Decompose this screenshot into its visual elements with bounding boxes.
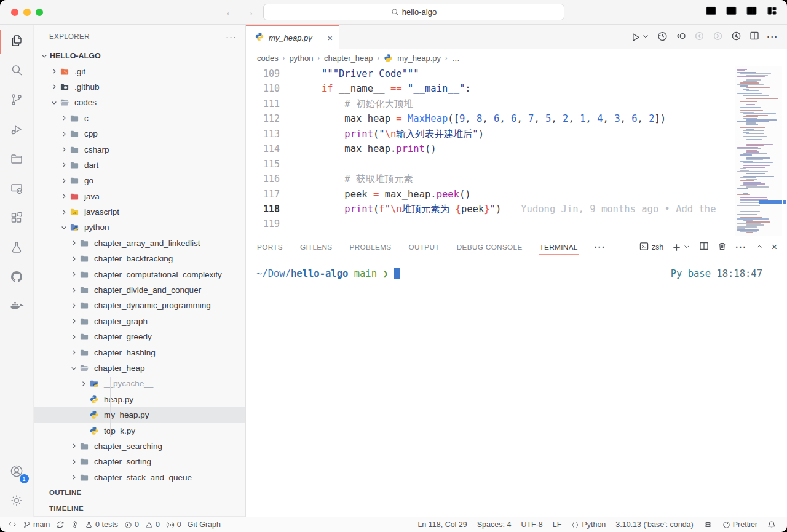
- activity-explorer[interactable]: [0, 27, 34, 57]
- maximize-panel-icon[interactable]: [756, 242, 763, 253]
- tree-item-csharp[interactable]: csharp: [34, 141, 245, 157]
- activity-source-control[interactable]: [0, 86, 34, 116]
- activity-settings[interactable]: [0, 487, 34, 517]
- toggle-primary-sidebar-icon[interactable]: [706, 6, 716, 18]
- tree-item-chapter-heap[interactable]: chapter_heap: [34, 360, 245, 376]
- tree-item-top-k-py[interactable]: top_k.py: [34, 423, 245, 438]
- activity-extensions[interactable]: [0, 204, 34, 234]
- run-dropdown-icon[interactable]: [642, 31, 649, 42]
- tree-item-cpp[interactable]: cpp: [34, 126, 245, 141]
- split-editor-icon[interactable]: [749, 31, 759, 43]
- tree-item-java[interactable]: java: [34, 189, 245, 204]
- tree-item-chapter-array-and-linkedlist[interactable]: chapter_array_and_linkedlist: [34, 236, 245, 251]
- status-indentation[interactable]: Spaces: 4: [472, 520, 516, 529]
- panel-tab-problems[interactable]: PROBLEMS: [349, 237, 392, 257]
- breadcrumb-codes[interactable]: codes: [257, 54, 279, 63]
- more-actions-icon[interactable]: ···: [735, 242, 747, 252]
- status-git-graph[interactable]: Git Graph: [184, 520, 224, 529]
- tree-item-chapter-backtracking[interactable]: chapter_backtracking: [34, 251, 245, 266]
- tree-item-chapter-computational-complexity[interactable]: chapter_computational_complexity: [34, 266, 245, 282]
- status-language-mode[interactable]: Python: [566, 520, 611, 529]
- tree-item-chapter-divide-and-conquer[interactable]: chapter_divide_and_conquer: [34, 282, 245, 298]
- code-editor[interactable]: 109"""Driver Code"""110if __name__ == "_…: [246, 66, 787, 236]
- terminal[interactable]: ~/Dow/hello-algo main ❯ Py base 18:18:47: [246, 258, 787, 517]
- code-line-119[interactable]: 119: [246, 216, 787, 231]
- activity-search[interactable]: [0, 57, 34, 86]
- tree-item-github[interactable]: .github: [34, 79, 245, 95]
- status-git-branch[interactable]: main: [20, 520, 53, 529]
- status-notifications[interactable]: [762, 520, 781, 529]
- more-actions-icon[interactable]: ···: [767, 32, 779, 42]
- code-line-115[interactable]: 115: [246, 157, 787, 172]
- panel-tab-gitlens[interactable]: GITLENS: [299, 237, 333, 257]
- breadcrumb-[interactable]: …: [452, 54, 460, 63]
- tree-item-chapter-greedy[interactable]: chapter_greedy: [34, 329, 245, 344]
- tree-item-chapter-hashing[interactable]: chapter_hashing: [34, 344, 245, 360]
- terminal-dropdown-icon[interactable]: [683, 242, 690, 253]
- back-arrow-icon[interactable]: ←: [225, 6, 235, 18]
- activity-remote-explorer[interactable]: [0, 175, 34, 204]
- minimize-window-button[interactable]: [23, 9, 31, 16]
- section-timeline[interactable]: TIMELINE: [34, 501, 245, 517]
- tree-item-chapter-stack-and-queue[interactable]: chapter_stack_and_queue: [34, 470, 245, 485]
- status-problems-errors[interactable]: 0: [121, 520, 142, 529]
- file-history-icon[interactable]: [657, 31, 668, 44]
- tree-item-go[interactable]: go: [34, 173, 245, 188]
- close-tab-icon[interactable]: ×: [327, 33, 333, 43]
- kill-terminal-icon[interactable]: [718, 242, 727, 253]
- tree-item-python[interactable]: python: [34, 220, 245, 235]
- status-python-interpreter[interactable]: 3.10.13 ('base': conda): [611, 520, 698, 529]
- activity-testing[interactable]: [0, 234, 34, 263]
- status-encoding[interactable]: UTF-8: [516, 520, 547, 529]
- tree-item-javascript[interactable]: JSjavascript: [34, 204, 245, 220]
- code-line-114[interactable]: 114 max_heap.print(): [246, 141, 787, 156]
- code-line-118[interactable]: 118 print(f"\n堆顶元素为 {peek}")Yudong Jin, …: [246, 202, 787, 216]
- tree-item-hello-algo[interactable]: HELLO-ALGO: [34, 48, 245, 63]
- tree-item-my-heap-py[interactable]: my_heap.py: [34, 407, 245, 423]
- panel-tab-output[interactable]: OUTPUT: [408, 237, 440, 257]
- status-gitlens-mode[interactable]: [68, 520, 82, 528]
- minimap[interactable]: [735, 66, 782, 236]
- tree-item-chapter-sorting[interactable]: chapter_sorting: [34, 454, 245, 469]
- code-line-110[interactable]: 110if __name__ == "__main__":: [246, 81, 787, 96]
- activity-run-debug[interactable]: [0, 116, 34, 145]
- tab-my-heap-py[interactable]: my_heap.py ×: [246, 25, 339, 49]
- code-line-109[interactable]: 109"""Driver Code""": [246, 66, 787, 81]
- panel-more-tabs-icon[interactable]: ···: [595, 242, 606, 252]
- panel-tab-ports[interactable]: PORTS: [256, 237, 283, 257]
- status-prettier[interactable]: Prettier: [718, 520, 762, 529]
- activity-accounts[interactable]: 1: [0, 458, 34, 487]
- gitlens-graph-icon[interactable]: [731, 31, 742, 44]
- status-copilot[interactable]: [698, 520, 718, 529]
- terminal-shell-selector[interactable]: zsh: [639, 242, 663, 253]
- code-line-113[interactable]: 113 print("\n输入列表并建堆后"): [246, 127, 787, 141]
- section-outline[interactable]: OUTLINE: [34, 485, 245, 501]
- run-icon[interactable]: [630, 31, 649, 42]
- status-sync-changes[interactable]: [53, 520, 68, 529]
- toggle-panel-icon[interactable]: [726, 6, 737, 18]
- status-problems-warnings[interactable]: 0: [142, 520, 163, 529]
- activity-project-manager[interactable]: [0, 145, 34, 175]
- status-cursor-position[interactable]: Ln 118, Col 29: [413, 520, 472, 529]
- tree-item-chapter-searching[interactable]: chapter_searching: [34, 439, 245, 454]
- status-eol[interactable]: LF: [548, 520, 567, 529]
- status-test-status[interactable]: 0 tests: [82, 520, 121, 529]
- tree-item-chapter-dynamic-programming[interactable]: chapter_dynamic_programming: [34, 298, 245, 313]
- close-panel-icon[interactable]: ×: [772, 244, 777, 250]
- activity-docker[interactable]: [0, 293, 34, 322]
- code-line-116[interactable]: 116 # 获取堆顶元素: [246, 172, 787, 186]
- command-center-search[interactable]: hello-algo: [263, 4, 564, 20]
- tree-item-chapter-graph[interactable]: chapter_graph: [34, 314, 245, 329]
- panel-tab-debug-console[interactable]: DEBUG CONSOLE: [456, 237, 523, 257]
- gitlens-compare-icon[interactable]: [676, 31, 686, 44]
- breadcrumb-chapter-heap[interactable]: chapter_heap: [324, 54, 373, 63]
- customize-layout-icon[interactable]: [767, 6, 777, 18]
- code-line-111[interactable]: 111 # 初始化大顶堆: [246, 97, 787, 111]
- close-window-button[interactable]: [11, 9, 18, 16]
- code-line-112[interactable]: 112 max_heap = MaxHeap([9, 8, 6, 6, 7, 5…: [246, 111, 787, 126]
- breadcrumb-my-heap-py[interactable]: my_heap.py: [397, 54, 441, 63]
- tree-item-dart[interactable]: dart: [34, 157, 245, 173]
- status-remote-indicator[interactable]: [5, 520, 20, 528]
- panel-tab-terminal[interactable]: TERMINAL: [539, 237, 579, 257]
- breadcrumb-python[interactable]: python: [289, 54, 313, 63]
